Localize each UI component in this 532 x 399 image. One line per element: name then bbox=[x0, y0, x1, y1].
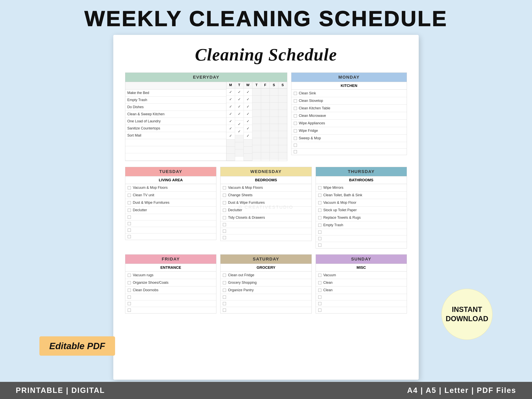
list-item: Clean out Fridge bbox=[221, 272, 311, 279]
checkbox[interactable] bbox=[128, 309, 131, 312]
checkbox[interactable] bbox=[318, 209, 321, 212]
checkbox[interactable] bbox=[318, 296, 321, 299]
list-item bbox=[316, 242, 407, 248]
checkbox[interactable] bbox=[318, 186, 321, 189]
day-col-w: W ✓ ✓ ✓ ✓ ✓ ✓ ✓ bbox=[244, 82, 252, 161]
sunday-header: SUNDAY bbox=[316, 254, 407, 264]
checkbox[interactable] bbox=[318, 224, 321, 227]
checkbox[interactable] bbox=[223, 309, 226, 312]
checkbox[interactable] bbox=[223, 274, 226, 277]
checkbox[interactable] bbox=[128, 222, 131, 225]
list-item: Vacuum bbox=[316, 272, 407, 279]
list-item: Wipe Mirrors bbox=[316, 184, 407, 191]
checkbox[interactable] bbox=[223, 223, 226, 226]
checkbox[interactable] bbox=[128, 281, 131, 284]
checkbox[interactable] bbox=[128, 186, 131, 189]
checkbox[interactable] bbox=[294, 107, 297, 110]
checkbox[interactable] bbox=[223, 296, 226, 299]
task-make-bed: Make the Bed bbox=[125, 89, 226, 96]
list-item bbox=[221, 222, 311, 228]
list-item bbox=[221, 294, 311, 300]
checkbox[interactable] bbox=[318, 194, 321, 197]
list-item: Vacuum & Mop Floors bbox=[125, 184, 216, 191]
checkbox[interactable] bbox=[294, 137, 297, 140]
list-item bbox=[221, 234, 311, 241]
checkbox[interactable] bbox=[294, 99, 297, 102]
checkbox[interactable] bbox=[318, 244, 321, 247]
list-item: Vacuum & Mop Floor bbox=[316, 199, 407, 207]
checkbox[interactable] bbox=[128, 201, 131, 204]
list-item: Declutter bbox=[125, 207, 216, 214]
days-grid: M ✓ ✓ ✓ ✓ ✓ ✓ ✓ T ✓ bbox=[226, 82, 287, 161]
list-item: Wipe Appliances bbox=[291, 120, 407, 127]
checkbox[interactable] bbox=[128, 194, 131, 197]
saturday-block: SATURDAY GROCERY Clean out Fridge Grocer… bbox=[220, 254, 311, 313]
list-item bbox=[291, 149, 407, 155]
checkbox[interactable] bbox=[318, 281, 321, 284]
checkbox[interactable] bbox=[318, 309, 321, 312]
wednesday-block: WEDNESDAY BEDROOMS Vacuum & Mop Floors C… bbox=[220, 167, 311, 248]
friday-block: FRIDAY ENTRANCE Vacuum rugs Organize Sho… bbox=[125, 254, 216, 313]
checkbox[interactable] bbox=[223, 289, 226, 292]
editable-pdf-badge: Editable PDF bbox=[39, 336, 115, 356]
tuesday-tasks-list: Vacuum & Mop Floors Clean TV unit Dust &… bbox=[125, 184, 216, 240]
checkbox[interactable] bbox=[128, 274, 131, 277]
checkbox[interactable] bbox=[294, 129, 297, 133]
list-item: Declutter bbox=[221, 207, 311, 214]
checkbox[interactable] bbox=[223, 236, 226, 239]
checkbox[interactable] bbox=[223, 281, 226, 284]
checkbox[interactable] bbox=[318, 237, 321, 240]
checkbox[interactable] bbox=[223, 186, 226, 189]
list-item: Dust & Wipe Furnitures bbox=[221, 199, 311, 207]
list-item bbox=[316, 294, 407, 300]
wednesday-header: WEDNESDAY bbox=[220, 167, 311, 176]
checkbox[interactable] bbox=[318, 302, 321, 305]
checkbox[interactable] bbox=[318, 231, 321, 234]
list-item bbox=[125, 300, 216, 307]
sunday-block: SUNDAY MISC Vacuum Clean Clean bbox=[316, 254, 407, 313]
thursday-block: THURSDAY BATHROOMS Wipe Mirrors Clean To… bbox=[316, 167, 407, 248]
list-item: Vacuum rugs bbox=[125, 272, 216, 279]
list-item bbox=[221, 300, 311, 307]
checkbox[interactable] bbox=[223, 229, 226, 233]
checkbox[interactable] bbox=[223, 302, 226, 305]
everyday-tasks-col: Make the Bed Empty Trash Do Dishes Clean… bbox=[125, 82, 226, 161]
checkbox[interactable] bbox=[128, 296, 131, 299]
footer-bar: PRINTABLE | DIGITAL A4 | A5 | Letter | P… bbox=[0, 382, 532, 399]
list-item bbox=[125, 221, 216, 227]
friday-tasks-list: Vacuum rugs Organize Shoes/Coats Clean D… bbox=[125, 272, 216, 313]
task-sort-mail: Sort Mail bbox=[125, 132, 226, 139]
checkbox[interactable] bbox=[128, 302, 131, 305]
checkbox[interactable] bbox=[294, 150, 297, 153]
saturday-sub-header: GROCERY bbox=[220, 264, 311, 272]
checkbox[interactable] bbox=[294, 122, 297, 125]
checkbox[interactable] bbox=[223, 201, 226, 204]
checkbox[interactable] bbox=[294, 92, 297, 95]
list-item: Change Sheets bbox=[221, 191, 311, 199]
list-item: Organize Pantry bbox=[221, 286, 311, 294]
checkbox[interactable] bbox=[223, 216, 226, 219]
list-item bbox=[316, 307, 407, 313]
list-item: Stock up Toilet Paper bbox=[316, 207, 407, 214]
checkbox[interactable] bbox=[128, 209, 131, 212]
list-item bbox=[125, 227, 216, 234]
checkbox[interactable] bbox=[128, 215, 131, 219]
checkbox[interactable] bbox=[318, 289, 321, 292]
list-item: Clean Stovetop bbox=[291, 97, 407, 105]
checkbox[interactable] bbox=[223, 194, 226, 197]
list-item: Vacuum & Mop Floors bbox=[221, 184, 311, 191]
checkbox[interactable] bbox=[294, 114, 297, 117]
list-item: Clean Kitchen Table bbox=[291, 105, 407, 112]
checkbox[interactable] bbox=[318, 201, 321, 204]
checkbox[interactable] bbox=[128, 289, 131, 292]
list-item bbox=[316, 300, 407, 307]
checkbox[interactable] bbox=[318, 216, 321, 219]
checkbox[interactable] bbox=[128, 235, 131, 238]
wednesday-tasks-list: Vacuum & Mop Floors Change Sheets Dust &… bbox=[220, 184, 311, 241]
list-item: Clean bbox=[316, 279, 407, 286]
checkbox[interactable] bbox=[294, 144, 297, 147]
list-item: Sweep & Mop bbox=[291, 135, 407, 142]
checkbox[interactable] bbox=[128, 228, 131, 232]
checkbox[interactable] bbox=[318, 274, 321, 277]
checkbox[interactable] bbox=[223, 209, 226, 212]
